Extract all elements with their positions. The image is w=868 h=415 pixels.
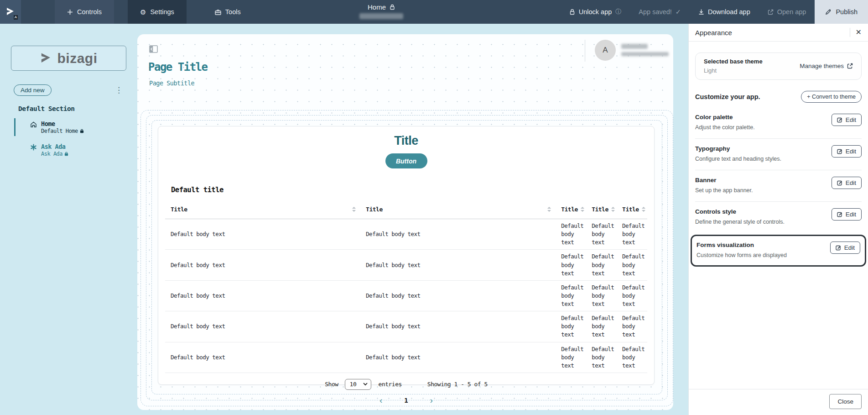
open-app-button[interactable]: Open app [759, 8, 815, 16]
sidebar-section-title: Default Section [18, 105, 137, 112]
unlock-app-button[interactable]: Unlock app ⓘ [561, 8, 630, 16]
table-cell: Default body text [360, 342, 556, 373]
table-row[interactable]: Default body textDefault body textDefaul… [165, 311, 647, 342]
sidebar-item-ask-ada[interactable]: Ask Ada Ask Ada [0, 142, 137, 158]
table-cell: Default body text [165, 280, 360, 311]
collapse-panel-icon[interactable] [149, 45, 158, 53]
gear-icon: ⚙ [140, 9, 146, 16]
show-label: Show [325, 381, 338, 388]
check-icon: ✓ [676, 8, 681, 16]
active-indicator [14, 118, 16, 136]
avatar[interactable]: A [595, 40, 616, 61]
prev-page-button[interactable]: ‹ [379, 396, 382, 404]
bizagi-brand-name: bizagi [57, 51, 97, 66]
table-cell: Default body text [360, 280, 556, 311]
table-cell: Default body text [165, 311, 360, 342]
open-app-label: Open app [777, 8, 806, 16]
app-window: A Controls ⚙ Settings Tools Home [0, 0, 868, 415]
appearance-section: Controls style Define the general style … [695, 201, 862, 233]
table-cell: Default body text [586, 219, 617, 250]
table-cell: Default body text [165, 342, 360, 373]
sparkle-icon [30, 144, 37, 151]
table-cell: Default body text [586, 280, 617, 311]
bizagi-logo-tile[interactable]: A [0, 0, 21, 24]
table-column-header[interactable]: Title [360, 203, 556, 219]
edit-icon [837, 180, 842, 186]
sort-icon [547, 207, 551, 212]
tab-controls[interactable]: Controls [55, 0, 114, 24]
home-icon [30, 121, 37, 128]
table-column-header[interactable]: Title [617, 203, 647, 219]
publish-button[interactable]: Publish [815, 0, 868, 24]
info-icon: ⓘ [615, 8, 621, 16]
pager: ‹ 1 › [158, 396, 654, 404]
tab-label: Settings [150, 8, 174, 16]
edit-button[interactable]: Edit [832, 208, 862, 221]
page-name: Home [368, 3, 386, 11]
table-row[interactable]: Default body textDefault body textDefaul… [165, 250, 647, 280]
bizagi-brand-icon [40, 52, 52, 65]
add-new-button[interactable]: Add new [14, 84, 52, 96]
table-column-header[interactable]: Title [165, 203, 360, 219]
download-app-button[interactable]: Download app [690, 8, 759, 16]
blurred-email [621, 52, 669, 56]
appearance-panel: Appearance ✕ Selected base theme Light M… [688, 24, 868, 415]
table-cell: Default body text [360, 250, 556, 280]
bizagi-brand-card: bizagi [11, 46, 126, 71]
tab-settings[interactable]: ⚙ Settings [128, 0, 187, 24]
edit-button[interactable]: Edit [832, 177, 862, 189]
blurred-badge [359, 13, 403, 19]
table-row[interactable]: Default body textDefault body textDefaul… [165, 219, 647, 250]
appearance-section: Forms visualization Customize how forms … [691, 235, 866, 267]
close-icon[interactable]: ✕ [856, 29, 862, 36]
table-cell: Default body text [360, 311, 556, 342]
form-button[interactable]: Button [385, 153, 427, 168]
avatar-initial: A [603, 46, 608, 55]
external-link-icon [768, 9, 774, 15]
table-row[interactable]: Default body textDefault body textDefaul… [165, 280, 647, 311]
table-cell: Default body text [360, 219, 556, 250]
app-saved-status: App saved! ✓ [630, 8, 690, 16]
canvas-area: A Page Title Page Subtitle Title Button … [137, 24, 688, 415]
page-number[interactable]: 1 [404, 397, 408, 404]
close-button[interactable]: Close [829, 394, 862, 409]
sidebar-item-title: Home [41, 120, 137, 127]
manage-themes-link[interactable]: Manage themes [800, 63, 853, 69]
sidebar-item-subtitle: Default Home [41, 128, 78, 134]
appearance-section: Typography Configure text and heading st… [695, 138, 862, 170]
sidebar-item-home[interactable]: Home Default Home [0, 119, 137, 135]
pagination-info: Show 10 entries Showing 1 - 5 of 5 [158, 379, 654, 390]
table-body: Default body textDefault body textDefaul… [165, 219, 647, 373]
table-cell: Default body text [556, 311, 586, 342]
page-canvas: A Page Title Page Subtitle Title Button … [137, 34, 673, 410]
tab-tools[interactable]: Tools [203, 0, 253, 24]
panel-title: Appearance [695, 29, 732, 37]
edit-button[interactable]: Edit [830, 242, 860, 254]
edit-button[interactable]: Edit [832, 145, 862, 158]
edit-button[interactable]: Edit [832, 114, 862, 126]
table-column-header[interactable]: Title [586, 203, 617, 219]
manage-themes-label: Manage themes [800, 63, 844, 69]
publish-icon [825, 9, 832, 15]
page-subtitle: Page Subtitle [149, 79, 194, 87]
blurred-username [621, 44, 648, 49]
sort-icon [611, 207, 615, 212]
table-row[interactable]: Default body textDefault body textDefaul… [165, 342, 647, 373]
page-size-select[interactable]: 10 [345, 379, 371, 390]
next-page-button[interactable]: › [430, 396, 433, 404]
table-cell: Default body text [165, 250, 360, 280]
table-cell: Default body text [556, 342, 586, 373]
table-column-header[interactable]: Title [556, 203, 586, 219]
table-cell: Default body text [586, 250, 617, 280]
table-title: Default title [171, 186, 654, 194]
current-page-indicator: Home [352, 3, 411, 19]
plus-icon [67, 9, 73, 15]
panel-content: Selected base theme Light Manage themes … [689, 42, 868, 389]
chevron-down-icon [363, 383, 368, 386]
toolbox-icon [215, 9, 221, 15]
lock-icon [390, 4, 395, 10]
kebab-menu-icon[interactable]: ⋮ [112, 85, 125, 95]
sort-icon [581, 207, 584, 212]
convert-to-theme-button[interactable]: + Convert to theme [801, 91, 862, 103]
table-header-row: Title Title Title Title Title [165, 203, 647, 219]
